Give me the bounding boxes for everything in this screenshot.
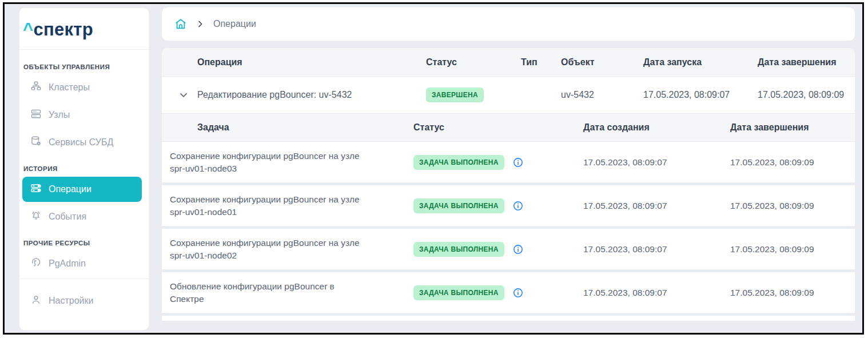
sidebar-item-db-services[interactable]: Сервисы СУБД [22, 130, 142, 155]
sidebar-nav: ОБЪЕКТЫ УПРАВЛЕНИЯ Кластеры [19, 50, 149, 279]
operations-table-header: Операция Статус Тип Объект Дата запуска … [162, 48, 855, 77]
task-row: Сохранение конфигурации pgBouncer на узл… [162, 229, 855, 269]
sidebar-item-label: Узлы [49, 110, 70, 120]
status-badge: ЗАДАЧА ВЫПОЛНЕНА [413, 242, 504, 257]
col-operation: Операция [162, 57, 426, 67]
sidebar-item-label: Операции [49, 184, 91, 194]
task-row: Сохранение конфигурации pgBouncer на узл… [162, 185, 855, 226]
operation-row[interactable]: Редактирование pgBouncer: uv-5432 ЗАВЕРШ… [162, 77, 855, 113]
breadcrumb: Операции [162, 7, 855, 41]
operations-table: Операция Статус Тип Объект Дата запуска … [162, 48, 855, 321]
col-finished: Дата завершения [758, 57, 855, 67]
col-task: Задача [162, 122, 413, 133]
sidebar-item-label: PgAdmin [49, 259, 86, 269]
main-content: Операции Операция Статус Тип Объект Дата… [162, 7, 855, 321]
cell-created: 17.05.2023, 08:09:07 [583, 201, 730, 211]
next-row-stub [162, 316, 855, 321]
sidebar-section-title-other: ПРОЧИЕ РЕСУРСЫ [23, 240, 142, 246]
task-name: Сохранение конфигурации pgBouncer на узл… [162, 150, 361, 174]
cell-created: 17.05.2023, 08:09:07 [583, 288, 730, 298]
task-name: Сохранение конфигурации pgBouncer на узл… [162, 237, 361, 261]
cell-finished: 17.05.2023, 08:09:09 [730, 288, 855, 298]
info-icon[interactable] [512, 244, 524, 255]
app-frame: ^спектр ОБЪЕКТЫ УПРАВЛЕНИЯ Кластеры [3, 2, 864, 335]
nodes-icon [30, 108, 42, 122]
task-name: Сохранение конфигурации pgBouncer на узл… [162, 193, 361, 218]
info-icon[interactable] [512, 200, 524, 212]
status-badge: ЗАДАЧА ВЫПОЛНЕНА [413, 155, 504, 170]
cell-object: uv-5432 [559, 90, 643, 100]
events-icon [30, 210, 42, 224]
operation-name: Редактирование pgBouncer: uv-5432 [162, 90, 426, 100]
col-started: Дата запуска [643, 57, 758, 67]
cell-finished: 17.05.2023, 08:09:09 [730, 157, 855, 168]
database-gear-icon [30, 136, 42, 149]
sidebar-item-settings[interactable]: Настройки [22, 288, 142, 313]
brand-name: спектр [33, 19, 93, 39]
sidebar-footer: Настройки [19, 279, 149, 331]
sidebar-item-events[interactable]: События [22, 204, 142, 229]
sidebar-item-operations[interactable]: Операции [22, 177, 142, 202]
col-task-finished: Дата завершения [730, 122, 855, 133]
sidebar-item-label: Сервисы СУБД [49, 137, 113, 148]
brand-caret: ^ [23, 19, 33, 39]
sidebar: ^спектр ОБЪЕКТЫ УПРАВЛЕНИЯ Кластеры [19, 7, 149, 331]
cell-created: 17.05.2023, 08:09:07 [583, 157, 730, 168]
chevron-down-icon[interactable] [178, 89, 189, 101]
sidebar-item-label: События [49, 212, 86, 222]
cell-finished: 17.05.2023, 08:09:09 [730, 201, 855, 211]
status-badge: ЗАВЕРШЕНА [426, 88, 484, 102]
col-created: Дата создания [583, 122, 730, 133]
operations-icon [30, 182, 42, 196]
col-task-status: Статус [413, 122, 583, 133]
task-row: Обновление конфигурации pgBouncer в Спек… [162, 272, 855, 313]
cluster-icon [30, 81, 42, 94]
cell-finished: 17.05.2023, 08:09:09 [730, 244, 855, 255]
sidebar-item-pgadmin[interactable]: PgAdmin [22, 251, 142, 276]
info-icon[interactable] [512, 287, 524, 299]
brand-logo: ^спектр [19, 8, 149, 50]
task-name: Обновление конфигурации pgBouncer в Спек… [162, 280, 361, 305]
cell-finished: 17.05.2023, 08:09:09 [758, 90, 855, 100]
sidebar-item-label: Кластеры [49, 82, 90, 93]
cell-created: 17.05.2023, 08:09:07 [583, 244, 730, 255]
col-type: Тип [521, 57, 559, 67]
status-badge: ЗАДАЧА ВЫПОЛНЕНА [413, 285, 504, 300]
col-object: Объект [559, 57, 643, 67]
sidebar-section-title-objects: ОБЪЕКТЫ УПРАВЛЕНИЯ [23, 63, 142, 70]
pgadmin-icon [30, 257, 42, 271]
sidebar-item-label: Настройки [49, 296, 93, 306]
cell-started: 17.05.2023, 08:09:07 [643, 90, 758, 100]
task-row: Сохранение конфигурации pgBouncer на узл… [162, 142, 855, 182]
sidebar-item-clusters[interactable]: Кластеры [22, 75, 142, 100]
user-icon [30, 294, 42, 308]
col-status: Статус [426, 57, 521, 67]
breadcrumb-current: Операции [213, 19, 256, 29]
sidebar-item-nodes[interactable]: Узлы [22, 102, 142, 128]
sidebar-section-title-history: ИСТОРИЯ [23, 165, 142, 172]
info-icon[interactable] [512, 157, 524, 168]
chevron-right-icon [196, 19, 205, 29]
status-badge: ЗАДАЧА ВЫПОЛНЕНА [413, 198, 504, 213]
home-icon[interactable] [174, 18, 187, 30]
tasks-table-header: Задача Статус Дата создания Дата заверше… [162, 113, 855, 142]
